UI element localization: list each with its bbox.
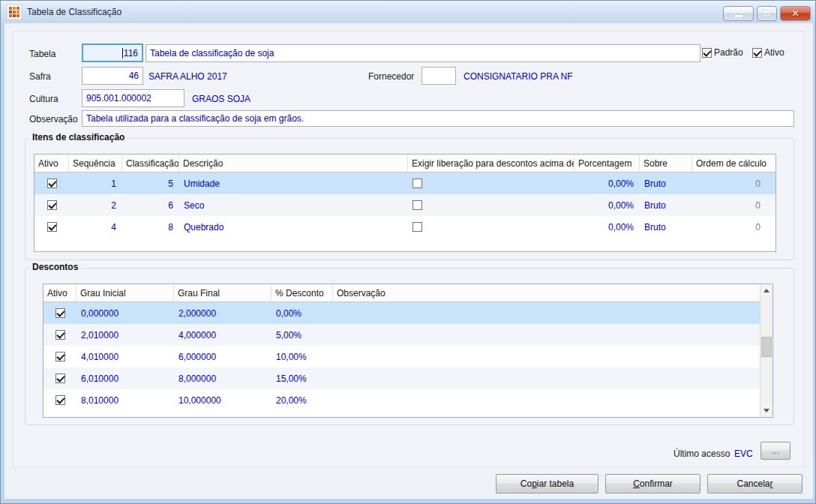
col-classificacao[interactable]: Classificação	[122, 154, 179, 172]
cell-grau-final: 4,000000	[174, 330, 272, 340]
itens-table: Ativo Sequência Classificação Descrição …	[34, 154, 776, 252]
padrao-checkbox[interactable]	[702, 48, 712, 58]
table-row[interactable]: 8,010000 10,000000 20,00%	[44, 389, 760, 411]
table-row[interactable]: 0,000000 2,000000 0,00%	[44, 302, 760, 324]
ativo-label: Ativo	[764, 47, 784, 58]
col-ativo[interactable]: Ativo	[34, 154, 69, 172]
minimize-button[interactable]	[723, 6, 754, 21]
window-title: Tabela de Classificação	[27, 7, 122, 17]
fornecedor-label: Fornecedor	[368, 71, 414, 82]
cell-porcentagem: 0,00%	[574, 200, 640, 211]
descontos-table: Ativo Grau Inicial Grau Final % Desconto…	[43, 284, 773, 418]
col-porcentagem[interactable]: Porcentagem	[574, 154, 640, 172]
padrao-label: Padrão	[714, 47, 743, 58]
dialog-client-area: Tabela 116 Tabela de classificação de so…	[4, 23, 813, 499]
itens-group-title: Itens de classificação	[29, 132, 128, 142]
cell-desconto: 0,00%	[272, 308, 333, 319]
fornecedor-description: CONSIGNATARIO PRA NF	[464, 71, 573, 82]
cell-sequencia: 2	[69, 200, 122, 211]
cell-desconto: 10,00%	[272, 352, 333, 362]
tabela-description-input[interactable]: Tabela de classificação de soja	[146, 44, 700, 62]
col-exigir[interactable]: Exigir liberação para descontos acima de	[408, 154, 574, 172]
col-ordem[interactable]: Ordem de cálculo	[692, 154, 776, 172]
table-row[interactable]: 6,010000 8,000000 15,00%	[44, 368, 760, 389]
cell-desconto: 5,00%	[272, 330, 333, 340]
cell-porcentagem: 0,00%	[574, 222, 640, 232]
ativo-checkbox[interactable]	[56, 308, 65, 318]
padrao-checkbox-row: Padrão	[702, 47, 743, 58]
ativo-checkbox[interactable]	[56, 395, 65, 405]
scroll-down-button[interactable]	[760, 404, 772, 417]
maximize-icon	[764, 10, 770, 16]
ativo-checkbox[interactable]	[47, 178, 57, 188]
scrollbar-thumb[interactable]	[761, 337, 772, 357]
col-ativo[interactable]: Ativo	[44, 284, 76, 302]
tabela-label: Tabela	[29, 49, 56, 59]
cell-grau-inicial: 4,010000	[76, 352, 174, 362]
copiar-tabela-button[interactable]: Copiar tabela	[496, 474, 598, 494]
col-grau-final[interactable]: Grau Final	[174, 284, 272, 302]
cell-sobre: Bruto	[640, 222, 692, 232]
title-bar[interactable]: Tabela de Classificação ✕	[1, 1, 815, 23]
confirmar-button[interactable]: Confirmar	[605, 474, 700, 494]
cultura-code-input[interactable]: 905.001.000002	[82, 89, 184, 107]
cell-desconto: 15,00%	[272, 374, 333, 384]
fornecedor-code-input[interactable]	[422, 67, 456, 85]
cell-desconto: 20,00%	[272, 395, 333, 406]
observacao-input[interactable]: Tabela utilizada para a classificação de…	[82, 110, 794, 127]
table-row[interactable]: 1 5 Umidade 0,00% Bruto 0	[34, 172, 776, 194]
cell-grau-inicial: 6,010000	[76, 374, 174, 384]
cell-grau-final: 8,000000	[174, 374, 272, 384]
cell-ordem: 0	[692, 222, 776, 232]
close-button[interactable]: ✕	[780, 6, 811, 21]
safra-code-input[interactable]: 46	[82, 67, 143, 85]
table-row[interactable]: 2,010000 4,000000 5,00%	[44, 324, 760, 346]
maximize-button[interactable]	[757, 6, 777, 21]
vertical-scrollbar[interactable]	[760, 284, 772, 417]
cell-sequencia: 1	[69, 178, 122, 189]
minimize-icon	[734, 15, 742, 17]
cell-sobre: Bruto	[640, 178, 692, 189]
ativo-checkbox[interactable]	[752, 48, 762, 58]
col-grau-inicial[interactable]: Grau Inicial	[76, 284, 174, 302]
col-desconto[interactable]: % Desconto	[272, 284, 333, 302]
cultura-label: Cultura	[29, 94, 58, 104]
col-sobre[interactable]: Sobre	[640, 154, 692, 172]
ativo-checkbox[interactable]	[56, 374, 65, 383]
table-row[interactable]: 4 8 Quebrado 0,00% Bruto 0	[34, 216, 776, 238]
ativo-checkbox[interactable]	[56, 330, 65, 340]
chevron-down-icon	[764, 409, 770, 412]
descontos-table-header: Ativo Grau Inicial Grau Final % Desconto…	[44, 284, 760, 302]
exigir-checkbox[interactable]	[412, 178, 422, 188]
cell-sequencia: 4	[69, 222, 122, 232]
table-row[interactable]: 2 6 Seco 0,00% Bruto 0	[34, 194, 776, 216]
exigir-checkbox[interactable]	[412, 222, 422, 232]
cell-classificacao: 5	[122, 178, 179, 189]
chevron-up-icon	[764, 289, 770, 292]
scroll-up-button[interactable]	[760, 284, 772, 297]
cell-ordem: 0	[692, 200, 776, 211]
cell-grau-inicial: 8,010000	[76, 395, 174, 406]
col-descricao[interactable]: Descrição	[179, 154, 408, 172]
more-button[interactable]: ...	[760, 442, 790, 460]
itens-table-header: Ativo Sequência Classificação Descrição …	[34, 154, 776, 172]
cell-grau-final: 2,000000	[174, 308, 272, 319]
tabela-code-input[interactable]: 116	[82, 44, 143, 62]
cell-sobre: Bruto	[640, 200, 692, 211]
cell-classificacao: 6	[122, 200, 179, 211]
ultimo-acesso-value: EVC	[734, 448, 753, 459]
col-sequencia[interactable]: Sequência	[69, 154, 122, 172]
table-row[interactable]: 4,010000 6,000000 10,00%	[44, 346, 760, 368]
ativo-checkbox[interactable]	[47, 200, 57, 210]
ativo-checkbox[interactable]	[56, 352, 65, 362]
cultura-description: GRAOS SOJA	[192, 94, 250, 104]
ativo-checkbox[interactable]	[47, 222, 57, 232]
exigir-checkbox[interactable]	[412, 200, 422, 210]
ultimo-acesso-label: Último acesso	[674, 448, 730, 459]
col-observacao[interactable]: Observação	[333, 284, 760, 302]
cell-descricao: Seco	[179, 200, 408, 211]
dialog-window: Tabela de Classificação ✕ Tabela 116 Tab…	[0, 0, 816, 504]
cancelar-button[interactable]: Cancelar	[707, 474, 802, 494]
ativo-checkbox-row: Ativo	[752, 47, 784, 58]
cell-grau-inicial: 0,000000	[76, 308, 174, 319]
